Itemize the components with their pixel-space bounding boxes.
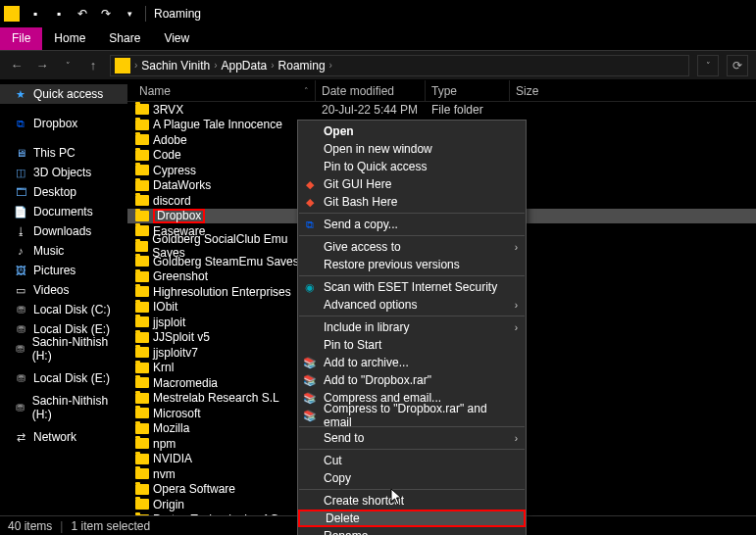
menu-item-include-library[interactable]: Include in library› xyxy=(298,318,526,336)
menu-item-rename[interactable]: Rename xyxy=(298,527,526,535)
folder-icon xyxy=(135,165,149,175)
chevron-right-icon[interactable]: › xyxy=(214,60,217,71)
sidebar-item-videos[interactable]: ▭Videos xyxy=(0,280,127,300)
column-header-type[interactable]: Type xyxy=(426,80,510,101)
column-headers: Name˄ Date modified Type Size xyxy=(127,80,756,102)
column-header-date[interactable]: Date modified xyxy=(316,80,426,101)
folder-icon xyxy=(135,332,149,343)
dropbox-icon: ⧉ xyxy=(14,117,27,130)
sidebar-item-label: Quick access xyxy=(33,87,103,101)
sidebar-item-documents[interactable]: 📄Documents xyxy=(0,202,127,221)
tab-file[interactable]: File xyxy=(0,27,42,50)
tab-view[interactable]: View xyxy=(152,27,201,50)
tab-share[interactable]: Share xyxy=(97,27,152,50)
menu-item-advanced-options[interactable]: Advanced options› xyxy=(298,296,526,314)
folder-icon xyxy=(135,195,149,206)
sidebar-item-desktop[interactable]: 🗔Desktop xyxy=(0,182,127,202)
forward-button[interactable]: → xyxy=(33,58,51,73)
sidebar-item-downloads[interactable]: ⭳Downloads xyxy=(0,221,127,241)
sidebar-item-label: Dropbox xyxy=(33,117,77,130)
chevron-right-icon[interactable]: › xyxy=(134,60,137,71)
menu-item-create-shortcut[interactable]: Create shortcut xyxy=(298,492,526,510)
folder-icon xyxy=(135,271,149,282)
column-header-name[interactable]: Name˄ xyxy=(133,80,316,101)
sidebar-item-3d-objects[interactable]: ◫3D Objects xyxy=(0,163,127,182)
tab-home[interactable]: Home xyxy=(42,27,97,50)
file-name-cell: Macromedia xyxy=(133,376,316,390)
usb-drive-icon: ⛃ xyxy=(14,342,26,356)
file-name-label: jjsploit xyxy=(153,316,185,329)
sidebar-item-music[interactable]: ♪Music xyxy=(0,241,127,261)
address-bar[interactable]: › Sachin Vinith › AppData › Roaming › xyxy=(110,55,689,76)
menu-item-git-gui[interactable]: ◆Git GUI Here xyxy=(298,175,526,193)
menu-item-pin-quick-access[interactable]: Pin to Quick access xyxy=(298,158,526,175)
menu-separator xyxy=(299,489,525,490)
sidebar-item-sachin-nithish[interactable]: ⛃Sachin-Nithish (H:) xyxy=(0,339,127,359)
qat-dropdown-icon[interactable]: ▾ xyxy=(119,3,140,24)
refresh-button[interactable]: ⟳ xyxy=(727,55,748,76)
breadcrumb[interactable]: Sachin Vinith xyxy=(141,59,210,73)
file-name-cell: Dropbox xyxy=(133,209,316,223)
blank-icon xyxy=(302,239,318,255)
menu-item-open[interactable]: Open xyxy=(298,122,526,140)
sidebar-item-sachin-nithish-root[interactable]: ⛃Sachin-Nithish (H:) xyxy=(0,398,127,417)
folder-icon xyxy=(135,393,149,404)
network-icon: ⇄ xyxy=(14,430,27,444)
address-dropdown-icon[interactable]: ˅ xyxy=(697,55,719,76)
menu-item-add-dropbox-rar[interactable]: 📚Add to "Dropbox.rar" xyxy=(298,371,526,389)
sidebar-item-label: Music xyxy=(33,244,64,258)
folder-icon xyxy=(115,58,130,73)
menu-item-pin-start[interactable]: Pin to Start xyxy=(298,336,526,354)
menu-item-give-access[interactable]: Give access to› xyxy=(298,238,526,256)
file-name-cell: Greenshot xyxy=(133,269,316,283)
sidebar-item-local-disk-e-root[interactable]: ⛃Local Disk (E:) xyxy=(0,368,127,388)
menu-item-delete[interactable]: Delete xyxy=(298,510,526,527)
blank-icon xyxy=(302,123,318,139)
chevron-right-icon[interactable]: › xyxy=(271,60,274,71)
redo-icon[interactable]: ↷ xyxy=(95,3,117,24)
winrar-icon: 📚 xyxy=(302,408,318,423)
sidebar-item-pictures[interactable]: 🖼Pictures xyxy=(0,261,127,280)
file-name-cell: A Plague Tale Innocence xyxy=(133,118,316,131)
menu-item-cut[interactable]: Cut xyxy=(298,452,526,469)
menu-item-send-to[interactable]: Send to› xyxy=(298,429,526,447)
qat-button[interactable]: ▪ xyxy=(48,3,70,24)
menu-item-eset-scan[interactable]: ◉Scan with ESET Internet Security xyxy=(298,278,526,296)
menu-separator xyxy=(299,213,525,214)
sidebar-item-this-pc[interactable]: 🖥 This PC xyxy=(0,143,127,163)
back-button[interactable]: ← xyxy=(8,58,25,73)
breadcrumb[interactable]: Roaming xyxy=(278,59,326,73)
folder-icon xyxy=(135,423,149,434)
sidebar-item-local-disk-c[interactable]: ⛃Local Disk (C:) xyxy=(0,300,127,319)
qat-button[interactable]: ▪ xyxy=(25,3,46,24)
menu-item-open-new-window[interactable]: Open in new window xyxy=(298,140,526,158)
status-selected-count: 1 item selected xyxy=(71,519,150,533)
history-dropdown-icon[interactable]: ˅ xyxy=(59,61,76,71)
blank-icon xyxy=(302,470,318,486)
menu-item-git-bash[interactable]: ◆Git Bash Here xyxy=(298,193,526,211)
chevron-right-icon[interactable]: › xyxy=(329,60,332,71)
sidebar-item-network[interactable]: ⇄Network xyxy=(0,427,127,447)
sidebar-item-quick-access[interactable]: ★ Quick access xyxy=(0,84,127,104)
context-menu: Open Open in new window Pin to Quick acc… xyxy=(297,120,527,535)
eset-icon: ◉ xyxy=(302,279,318,295)
separator: | xyxy=(60,519,63,533)
picture-icon: 🖼 xyxy=(14,264,27,277)
up-button[interactable]: ↑ xyxy=(84,58,102,73)
menu-item-send-copy[interactable]: ⧉Send a copy... xyxy=(298,216,526,233)
menu-item-copy[interactable]: Copy xyxy=(298,469,526,487)
undo-icon[interactable]: ↶ xyxy=(72,3,93,24)
breadcrumb[interactable]: AppData xyxy=(222,59,268,73)
folder-icon xyxy=(4,6,20,22)
menu-item-add-archive[interactable]: 📚Add to archive... xyxy=(298,354,526,371)
sidebar-item-dropbox[interactable]: ⧉ Dropbox xyxy=(0,114,127,133)
file-name-label: npm xyxy=(153,437,176,451)
menu-item-restore-versions[interactable]: Restore previous versions xyxy=(298,256,526,273)
file-name-cell: Goldberg SteamEmu Saves xyxy=(133,255,316,268)
file-row[interactable]: 3RVX20-Jul-22 5:44 PMFile folder xyxy=(127,102,756,118)
menu-item-compress-dropbox-email[interactable]: 📚Compress to "Dropbox.rar" and email xyxy=(298,407,526,424)
video-icon: ▭ xyxy=(14,283,27,297)
column-header-label: Name xyxy=(139,84,171,98)
column-header-size[interactable]: Size xyxy=(510,80,588,101)
chevron-right-icon: › xyxy=(515,300,518,311)
